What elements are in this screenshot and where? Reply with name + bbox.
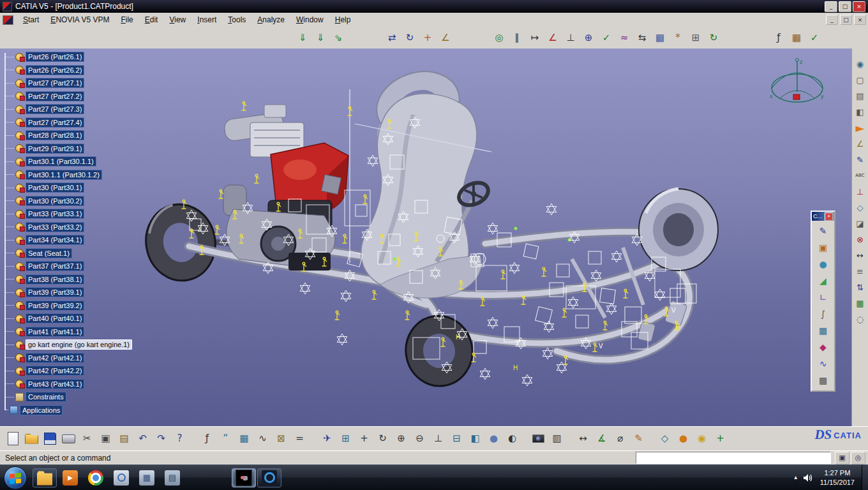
quick-view-icon[interactable]: ◧ xyxy=(466,429,484,448)
color-palette-icon[interactable]: ◆ xyxy=(814,339,832,355)
menu-enovia-v5-vpm[interactable]: ENOVIA V5 VPM xyxy=(45,14,115,26)
design-table-icon[interactable]: ▦ xyxy=(788,29,805,47)
volume-icon[interactable] xyxy=(803,473,813,482)
new-component-icon[interactable]: ⇓ xyxy=(294,29,311,47)
tree-item-label[interactable]: Part43 (Part43.1) xyxy=(26,379,84,389)
tree-item-label[interactable]: Part30.1 (Part30.1.1) xyxy=(26,156,96,167)
tree-item-label[interactable]: Part30 (Part30.1) xyxy=(26,182,84,193)
ruler-icon[interactable]: ↔ xyxy=(574,429,592,448)
taskbar-clock[interactable]: 1:27 PM11/15/2017 xyxy=(820,468,855,487)
rotate-view-icon[interactable]: ↻ xyxy=(373,429,392,448)
measure-between-icon[interactable]: ∡ xyxy=(592,429,611,448)
design-table-icon[interactable]: ▦ xyxy=(235,429,253,448)
quick-constraint-icon[interactable]: ✓ xyxy=(597,29,615,47)
copy-icon[interactable]: ▣ xyxy=(96,429,115,448)
seat[interactable] xyxy=(361,94,482,298)
clash-icon[interactable]: ⊗ xyxy=(852,232,868,248)
flexible-assembly-icon[interactable]: ≈ xyxy=(615,29,633,47)
start-button[interactable] xyxy=(4,466,27,489)
shading-icon[interactable]: ● xyxy=(484,429,503,448)
tree-item-label[interactable]: Part27 (Part27.2) xyxy=(26,91,84,101)
check-rule-icon[interactable]: ✓ xyxy=(805,29,823,47)
triangle-ruler-icon[interactable]: ◢ xyxy=(814,272,832,289)
taskbar-app-calculator[interactable] xyxy=(135,468,159,487)
menu-insert[interactable]: Insert xyxy=(191,14,222,26)
taskbar-app-composer[interactable] xyxy=(257,468,281,487)
menu-edit[interactable]: Edit xyxy=(139,14,164,26)
mdi-close-button[interactable]: × xyxy=(854,15,866,25)
tree-item-label[interactable]: Part37 (Part37.1) xyxy=(26,261,84,271)
tree-item-label[interactable]: Part34 (Part34.1) xyxy=(26,235,84,245)
section-icon[interactable]: ◪ xyxy=(852,216,868,232)
tree-item-label[interactable]: Part30 (Part30.2) xyxy=(26,196,84,206)
taskbar-app-catia[interactable] xyxy=(232,468,256,487)
table-icon[interactable]: ▦ xyxy=(814,322,832,339)
tree-item-label[interactable]: Part40 (Part40.1) xyxy=(26,313,84,323)
formula-icon[interactable]: ƒ xyxy=(770,29,788,47)
snap-components-icon[interactable]: ∠ xyxy=(437,29,454,47)
paste-icon[interactable]: ▤ xyxy=(115,429,133,448)
magnifier-icon[interactable]: ◌ xyxy=(852,311,868,327)
solid-box-icon[interactable]: ▣ xyxy=(814,239,832,256)
menu-tools[interactable]: Tools xyxy=(222,14,251,26)
reuse-pattern-icon[interactable]: ▦ xyxy=(651,29,669,47)
render-icon[interactable]: ◉ xyxy=(692,429,711,448)
tree-item-label[interactable]: Part41 (Part41.1) xyxy=(26,327,84,337)
power-input-toggle-icon[interactable]: ◎ xyxy=(851,452,865,464)
tree-item-label[interactable]: Part27 (Part27.4) xyxy=(26,117,84,128)
anchor-constraint-icon[interactable]: ⊥ xyxy=(562,29,580,47)
coincidence-constraint-icon[interactable]: ◎ xyxy=(490,29,508,47)
tree-item-label[interactable]: Part27 (Part27.3) xyxy=(26,104,84,114)
smart-fastener-icon[interactable]: ⊞ xyxy=(687,29,705,47)
create-multi-view-icon[interactable]: ⊟ xyxy=(447,429,466,448)
palette-close-button[interactable]: × xyxy=(825,212,833,221)
tree-item-label[interactable]: Part33 (Part33.2) xyxy=(26,222,84,232)
taskbar-app-windows-explorer[interactable] xyxy=(33,468,57,487)
fix-together-icon[interactable]: ⊕ xyxy=(580,29,597,47)
fly-mode-icon[interactable]: ✈ xyxy=(318,429,336,448)
tree-item-label[interactable]: Constraints xyxy=(26,392,66,402)
zoom-in-icon[interactable]: ⊕ xyxy=(392,429,410,448)
hide-show-icon[interactable]: ◐ xyxy=(503,429,521,448)
tray-expand-icon[interactable]: ▲ xyxy=(793,475,798,480)
front-left-wheel[interactable] xyxy=(400,311,478,391)
tree-item-label[interactable]: Part29 (Part29.1) xyxy=(26,144,84,154)
taskbar-app-snipping-tool[interactable] xyxy=(109,468,133,487)
tree-item-label[interactable]: Part27 (Part27.1) xyxy=(26,78,84,88)
tree-item-label[interactable]: Part42 (Part42.1) xyxy=(26,353,84,363)
tree-item-label[interactable]: Part33 (Part33.1) xyxy=(26,209,84,219)
offset-constraint-icon[interactable]: ↦ xyxy=(526,29,544,47)
axis-system-icon[interactable]: ⊥ xyxy=(852,184,868,200)
save-icon[interactable] xyxy=(41,429,59,448)
tree-item-label[interactable]: Part26 (Part26.1) xyxy=(26,52,84,62)
3d-compass[interactable]: y x z xyxy=(767,55,826,115)
whats-this-icon[interactable]: ? xyxy=(170,429,189,448)
film-icon[interactable]: ▥ xyxy=(548,429,566,448)
tree-item-label[interactable]: Part39 (Part39.1) xyxy=(26,287,84,297)
rear-right-wheel[interactable] xyxy=(639,189,718,271)
render-style-icon[interactable]: ◧ xyxy=(852,104,868,120)
tree-item-label[interactable]: Part42 (Part42.2) xyxy=(26,366,84,376)
text-annotation-icon[interactable]: ABC xyxy=(852,168,868,184)
new-document-icon[interactable] xyxy=(4,429,22,448)
catalog-browser-icon[interactable]: ◇ xyxy=(655,429,674,448)
spline-icon[interactable]: ∿ xyxy=(814,355,832,372)
tree-item-label[interactable]: Part28 (Part28.1) xyxy=(26,130,84,140)
menu-help[interactable]: Help xyxy=(329,14,357,26)
normal-view-icon[interactable]: ⊥ xyxy=(429,429,447,448)
menu-window[interactable]: Window xyxy=(290,14,329,26)
engine[interactable] xyxy=(223,105,348,271)
view-frame-icon[interactable]: ▢ xyxy=(852,72,868,88)
tree-item-label[interactable]: go kart engine (go kart engine.1) xyxy=(26,339,132,350)
rotate-component-icon[interactable]: ↻ xyxy=(401,29,419,47)
cut-icon[interactable]: ✂ xyxy=(78,429,96,448)
annotations-icon[interactable]: ✎ xyxy=(629,429,648,448)
dot-matrix-icon[interactable]: ▩ xyxy=(814,372,832,389)
change-constraint-icon[interactable]: ⇆ xyxy=(633,29,651,47)
gear-pair-icon[interactable]: * xyxy=(669,29,687,47)
expand-statusbar-icon[interactable]: ▣ xyxy=(835,452,849,464)
mdi-restore-button[interactable]: □ xyxy=(840,15,852,25)
square-angle-icon[interactable]: ∟ xyxy=(814,289,832,306)
measure-inertia-icon[interactable]: ⌀ xyxy=(611,429,629,448)
undo-icon[interactable]: ↶ xyxy=(133,429,152,448)
